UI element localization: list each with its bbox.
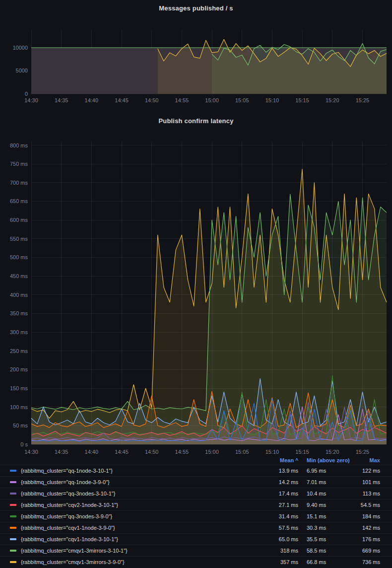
series-color-swatch bbox=[10, 527, 16, 529]
legend-min-value: 66.8 ms bbox=[307, 559, 356, 565]
svg-text:400 ms: 400 ms bbox=[10, 292, 28, 298]
series-label[interactable]: {rabbitmq_cluster="cmqv1-3mirrors-3-10-1… bbox=[0, 548, 262, 554]
series-color-swatch bbox=[10, 481, 16, 483]
legend-mean-value: 17.4 ms bbox=[262, 491, 307, 497]
legend-row[interactable]: {rabbitmq_cluster="cmqv1-3mirrors-3-9-0"… bbox=[0, 556, 392, 568]
legend-max-value: 54.5 ms bbox=[356, 502, 380, 508]
legend-min-value: 58.5 ms bbox=[307, 548, 356, 554]
series-color-swatch bbox=[10, 515, 16, 517]
svg-text:200 ms: 200 ms bbox=[10, 366, 28, 372]
series-label[interactable]: {rabbitmq_cluster="cqv2-1node-3-10-1"} bbox=[0, 502, 262, 508]
legend-row[interactable]: {rabbitmq_cluster="qq-3nodes-3-9-0"} 31.… bbox=[0, 510, 392, 522]
series-color-swatch bbox=[10, 493, 16, 495]
series-color-swatch bbox=[10, 504, 16, 506]
svg-text:100 ms: 100 ms bbox=[10, 404, 28, 410]
svg-text:15:00: 15:00 bbox=[205, 449, 219, 455]
svg-text:14:40: 14:40 bbox=[85, 449, 99, 455]
svg-text:14:45: 14:45 bbox=[115, 449, 129, 455]
legend-table: Mean^ Min (above zero) Max {rabbitmq_clu… bbox=[0, 456, 392, 568]
legend-min-value: 10.4 ms bbox=[307, 491, 356, 497]
svg-text:500 ms: 500 ms bbox=[10, 254, 28, 260]
legend-min-value: 15.1 ms bbox=[307, 513, 356, 519]
legend-min-value: 6.95 ms bbox=[307, 468, 356, 474]
series-color-swatch bbox=[10, 470, 16, 472]
legend-max-value: 736 ms bbox=[356, 559, 380, 565]
svg-text:800 ms: 800 ms bbox=[10, 142, 28, 148]
legend-max-value: 669 ms bbox=[356, 548, 380, 554]
legend-row[interactable]: {rabbitmq_cluster="qq-1node-3-9-0"} 14.2… bbox=[0, 476, 392, 488]
svg-text:14:35: 14:35 bbox=[55, 449, 68, 455]
svg-text:350 ms: 350 ms bbox=[10, 310, 28, 316]
svg-text:450 ms: 450 ms bbox=[10, 273, 28, 279]
svg-text:15:10: 15:10 bbox=[265, 97, 279, 103]
svg-text:15:05: 15:05 bbox=[235, 449, 249, 455]
svg-text:0: 0 bbox=[25, 91, 28, 97]
svg-text:150 ms: 150 ms bbox=[10, 385, 28, 391]
series-label-text: {rabbitmq_cluster="qq-3nodes-3-10-1"} bbox=[21, 491, 115, 497]
svg-text:5000: 5000 bbox=[16, 68, 28, 73]
legend-row[interactable]: {rabbitmq_cluster="cqv2-1node-3-10-1"} 2… bbox=[0, 499, 392, 510]
series-label[interactable]: {rabbitmq_cluster="cqv1-1node-3-9-0"} bbox=[0, 525, 262, 531]
legend-min-value: 9.40 ms bbox=[307, 502, 356, 508]
svg-text:14:50: 14:50 bbox=[145, 449, 159, 455]
legend-max-value: 101 ms bbox=[356, 479, 380, 485]
legend-mean-value: 14.2 ms bbox=[262, 479, 307, 485]
svg-text:14:30: 14:30 bbox=[24, 97, 38, 103]
svg-text:14:35: 14:35 bbox=[55, 97, 68, 103]
svg-text:15:10: 15:10 bbox=[265, 449, 279, 455]
svg-text:750 ms: 750 ms bbox=[10, 161, 28, 167]
svg-text:15:15: 15:15 bbox=[295, 97, 309, 103]
series-label-text: {rabbitmq_cluster="qq-3nodes-3-9-0"} bbox=[21, 513, 112, 519]
series-label-text: {rabbitmq_cluster="qq-1node-3-9-0"} bbox=[21, 479, 110, 485]
series-label[interactable]: {rabbitmq_cluster="qq-1node-3-10-1"} bbox=[0, 468, 262, 474]
publish-confirm-latency-chart[interactable]: 0 s50 ms100 ms150 ms200 ms250 ms300 ms35… bbox=[0, 114, 392, 456]
legend-mean-value: 27.1 ms bbox=[262, 502, 307, 508]
legend-row[interactable]: {rabbitmq_cluster="cmqv1-3mirrors-3-10-1… bbox=[0, 545, 392, 556]
svg-text:14:45: 14:45 bbox=[115, 97, 129, 103]
svg-text:15:05: 15:05 bbox=[235, 97, 249, 103]
legend-mean-value: 318 ms bbox=[262, 548, 307, 554]
series-label-text: {rabbitmq_cluster="qq-1node-3-10-1"} bbox=[21, 468, 113, 474]
svg-text:14:30: 14:30 bbox=[24, 449, 38, 455]
svg-text:15:00: 15:00 bbox=[205, 97, 219, 103]
svg-text:550 ms: 550 ms bbox=[10, 236, 28, 242]
series-label-text: {rabbitmq_cluster="cqv1-1node-3-10-1"} bbox=[21, 536, 118, 542]
legend-header-max[interactable]: Max bbox=[356, 457, 380, 463]
legend-mean-value: 357 ms bbox=[262, 559, 307, 565]
legend-min-value: 30.3 ms bbox=[307, 525, 356, 531]
series-label[interactable]: {rabbitmq_cluster="cmqv1-3mirrors-3-9-0"… bbox=[0, 559, 262, 565]
legend-row[interactable]: {rabbitmq_cluster="cqv1-1node-3-9-0"} 57… bbox=[0, 522, 392, 533]
legend-row[interactable]: {rabbitmq_cluster="qq-3nodes-3-10-1"} 17… bbox=[0, 488, 392, 499]
svg-text:10000: 10000 bbox=[12, 45, 28, 51]
svg-text:14:50: 14:50 bbox=[145, 97, 159, 103]
series-label[interactable]: {rabbitmq_cluster="qq-3nodes-3-10-1"} bbox=[0, 491, 262, 497]
svg-text:700 ms: 700 ms bbox=[10, 180, 28, 186]
svg-text:14:40: 14:40 bbox=[85, 97, 99, 103]
series-color-swatch bbox=[10, 550, 16, 552]
series-label-text: {rabbitmq_cluster="cqv1-1node-3-9-0"} bbox=[21, 525, 115, 531]
legend-header-min[interactable]: Min (above zero) bbox=[307, 457, 356, 463]
series-color-swatch bbox=[10, 561, 16, 563]
svg-text:650 ms: 650 ms bbox=[10, 198, 28, 204]
legend-header-mean[interactable]: Mean^ bbox=[262, 457, 307, 463]
svg-text:14:55: 14:55 bbox=[175, 449, 189, 455]
grafana-dashboard: { "panels": [ { "title": "Messages publi… bbox=[0, 0, 392, 568]
series-label[interactable]: {rabbitmq_cluster="cqv1-1node-3-10-1"} bbox=[0, 536, 262, 542]
sort-asc-icon: ^ bbox=[295, 458, 298, 463]
legend-min-value: 7.01 ms bbox=[307, 479, 356, 485]
svg-text:600 ms: 600 ms bbox=[10, 217, 28, 223]
legend-header-row: Mean^ Min (above zero) Max bbox=[0, 456, 392, 465]
legend-max-value: 122 ms bbox=[356, 468, 380, 474]
series-label[interactable]: {rabbitmq_cluster="qq-3nodes-3-9-0"} bbox=[0, 513, 262, 519]
series-label[interactable]: {rabbitmq_cluster="qq-1node-3-9-0"} bbox=[0, 479, 262, 485]
series-label-text: {rabbitmq_cluster="cmqv1-3mirrors-3-9-0"… bbox=[21, 559, 125, 565]
legend-mean-value: 31.4 ms bbox=[262, 513, 307, 519]
svg-text:250 ms: 250 ms bbox=[10, 348, 28, 354]
legend-max-value: 176 ms bbox=[356, 536, 380, 542]
messages-published-chart[interactable]: 050001000014:3014:3514:4014:4514:5014:55… bbox=[0, 0, 392, 107]
legend-row[interactable]: {rabbitmq_cluster="qq-1node-3-10-1"} 13.… bbox=[0, 465, 392, 476]
svg-text:14:55: 14:55 bbox=[175, 97, 189, 103]
legend-min-value: 35.5 ms bbox=[307, 536, 356, 542]
legend-row[interactable]: {rabbitmq_cluster="cqv1-1node-3-10-1"} 6… bbox=[0, 533, 392, 545]
series-label-text: {rabbitmq_cluster="cmqv1-3mirrors-3-10-1… bbox=[21, 548, 128, 554]
